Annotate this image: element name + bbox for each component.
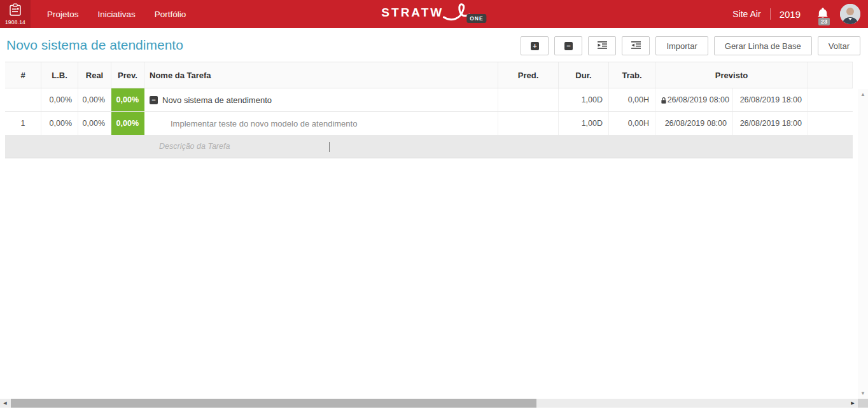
vertical-scrollbar[interactable]: ▲ ▼ (858, 89, 868, 399)
cell-previsto-fim: 26/08/2019 18:00 (733, 88, 808, 111)
importar-button[interactable]: Importar (655, 36, 708, 55)
scroll-right-icon[interactable]: ▶ (848, 399, 858, 408)
col-header-num: # (5, 62, 41, 88)
app-home-button[interactable]: 1908.14 (0, 0, 31, 28)
clipboard-icon (9, 3, 22, 18)
minus-square-icon: − (564, 42, 573, 50)
indent-task-button[interactable] (622, 36, 650, 55)
cell-trab: 0,00H (609, 88, 655, 111)
logo-one-badge: ONE (466, 14, 486, 23)
toolbar: + − (521, 36, 860, 55)
col-header-prev: Prev. (111, 62, 144, 88)
main-nav: Projetos Iniciativas Portfólio (47, 10, 186, 19)
cell-real: 0,00% (78, 112, 111, 135)
lock-icon (661, 97, 667, 106)
user-avatar[interactable] (840, 4, 860, 24)
site-selector[interactable]: Site Air (732, 9, 760, 19)
cell-previsto-inicio: 26/08/2019 08:00 (655, 112, 733, 135)
nav-item-projetos[interactable]: Projetos (47, 10, 79, 19)
horizontal-scrollbar[interactable]: ◀ ▶ (0, 399, 868, 408)
col-header-empty (808, 62, 853, 88)
gerar-linha-de-base-button[interactable]: Gerar Linha de Base (714, 36, 812, 55)
expand-all-button[interactable]: + (521, 36, 549, 55)
task-description-input[interactable]: Descrição da Tarefa (5, 135, 853, 158)
swoosh-s-icon (442, 1, 470, 27)
scroll-up-icon[interactable]: ▲ (860, 89, 865, 100)
task-name-label[interactable]: Novo sistema de atendimento (162, 95, 272, 105)
cell-task-name: Implementar teste do novo modelo de aten… (144, 112, 498, 135)
cell-real: 0,00% (78, 88, 111, 111)
app-version: 1908.14 (5, 19, 25, 25)
scroll-left-icon[interactable]: ◀ (0, 399, 10, 408)
top-navigation-bar: 1908.14 Projetos Iniciativas Portfólio S… (0, 0, 868, 28)
top-right-group: Site Air 2019 23 (732, 4, 860, 24)
indent-icon (631, 41, 641, 51)
notification-count-badge: 23 (818, 18, 830, 25)
cell-previsto-fim: 26/08/2019 18:00 (733, 112, 808, 135)
cell-num (5, 88, 41, 111)
scroll-down-icon[interactable]: ▼ (860, 388, 865, 399)
notifications-button[interactable]: 23 (817, 7, 829, 22)
col-header-previsto: Previsto (655, 62, 808, 88)
plus-square-icon: + (531, 42, 539, 50)
cell-empty (808, 88, 853, 111)
app-window: 1908.14 Projetos Iniciativas Portfólio S… (0, 0, 868, 414)
cell-task-name: − Novo sistema de atendimento (144, 88, 498, 111)
cell-empty (808, 112, 853, 135)
nav-item-portfolio[interactable]: Portfólio (155, 10, 186, 19)
horizontal-scrollbar-thumb[interactable] (11, 399, 536, 408)
logo-wordmark: STRATW (381, 6, 444, 20)
col-header-trab: Trab. (609, 62, 655, 88)
page-title: Novo sistema de atendimento (6, 38, 183, 53)
text-cursor (329, 142, 330, 152)
col-header-real: Real (78, 62, 111, 88)
year-selector[interactable]: 2019 (780, 9, 801, 20)
task-table: # L.B. Real Prev. Nome da Tarefa Pred. D… (5, 62, 853, 158)
col-header-dur: Dur. (559, 62, 609, 88)
voltar-button[interactable]: Voltar (818, 36, 860, 55)
cell-lb: 0,00% (41, 112, 78, 135)
outdent-icon (598, 41, 607, 51)
cell-lb: 0,00% (41, 88, 78, 111)
cell-pred (498, 88, 559, 111)
stratws-one-logo: STRATW ONE (381, 0, 486, 28)
collapse-row-icon[interactable]: − (150, 96, 158, 104)
col-header-pred: Pred. (498, 62, 559, 88)
previsto-inicio-value: 26/08/2019 08:00 (668, 95, 729, 104)
cell-prev-progress: 0,00% (111, 112, 144, 135)
cell-num: 1 (5, 112, 41, 135)
cell-prev-progress: 0,00% (111, 88, 144, 111)
task-name-label[interactable]: Implementar teste do novo modelo de aten… (150, 119, 357, 128)
cell-previsto-inicio: 26/08/2019 08:00 (655, 88, 733, 111)
table-row-summary[interactable]: 0,00% 0,00% 0,00% − Novo sistema de aten… (5, 88, 853, 112)
table-header-row: # L.B. Real Prev. Nome da Tarefa Pred. D… (5, 62, 853, 88)
cell-trab: 0,00H (609, 112, 655, 135)
scrollbar-corner (858, 399, 868, 408)
table-row-task[interactable]: 1 0,00% 0,00% 0,00% Implementar teste do… (5, 112, 853, 135)
header-divider (770, 8, 771, 20)
cell-dur: 1,00D (559, 112, 609, 135)
outdent-task-button[interactable] (588, 36, 616, 55)
nav-item-iniciativas[interactable]: Iniciativas (98, 10, 136, 19)
description-placeholder: Descrição da Tarefa (159, 142, 230, 151)
col-header-lb: L.B. (41, 62, 78, 88)
collapse-all-button[interactable]: − (554, 36, 582, 55)
cell-dur: 1,00D (559, 88, 609, 111)
cell-pred (498, 112, 559, 135)
col-header-nome: Nome da Tarefa (144, 62, 498, 88)
